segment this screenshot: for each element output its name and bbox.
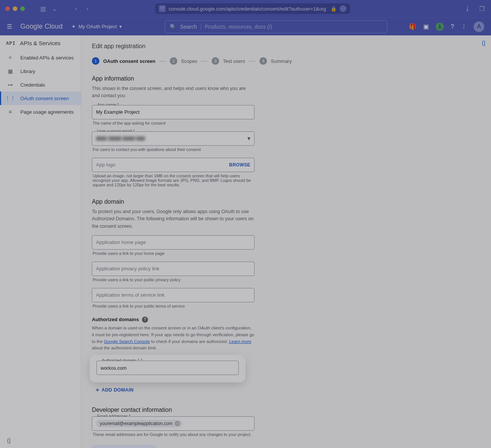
step-4-label[interactable]: Summary [271, 58, 292, 64]
section-app-domain: App domain To protect you and your users… [92, 198, 255, 395]
tos-link-input[interactable]: Application terms of service link [92, 288, 255, 302]
tabs-icon[interactable]: ❐ [478, 5, 486, 12]
maximize-window-icon[interactable] [20, 6, 25, 11]
url-bar[interactable]: ⛉ console.cloud.google.com/apis/credenti… [155, 3, 350, 14]
dev-contact-heading: Developer contact information [92, 407, 255, 413]
cancel-button[interactable]: CANCEL [163, 445, 190, 448]
gift-icon[interactable]: 🎁 [409, 23, 416, 30]
step-1-label[interactable]: OAuth consent screen [103, 58, 156, 64]
support-email-select[interactable]: ▾ [92, 131, 255, 146]
close-window-icon[interactable] [5, 6, 10, 11]
browser-chrome: ▥ ⌄ ‹ › ⛉ console.cloud.google.com/apis/… [0, 0, 491, 17]
tos-link-helper: Provide users a link to your public term… [93, 304, 254, 308]
menu-icon[interactable]: ☰ [7, 23, 14, 30]
help-icon[interactable]: ? [451, 23, 454, 30]
notifications-badge[interactable]: 1 [436, 23, 444, 31]
support-email-helper: For users to contact you with questions … [93, 147, 254, 152]
step-4-number[interactable]: 4 [259, 57, 267, 65]
browse-button[interactable]: BROWSE [229, 162, 250, 168]
chevron-down-icon: ▾ [119, 24, 122, 29]
cloud-shell-icon[interactable]: ▣ [423, 23, 429, 30]
google-search-console-link[interactable]: Google Search Console [104, 339, 150, 344]
app-home-page-input[interactable]: Application home page [92, 235, 255, 250]
app-name-helper: The name of the app asking for consent [93, 121, 254, 125]
search-icon: 🔍 [170, 24, 176, 30]
key-icon: ⊶ [7, 82, 14, 88]
support-email-field: User support email * ▾ [92, 131, 255, 146]
section-app-information: App information This shows in the consen… [92, 75, 255, 187]
agreements-icon: ≡ [7, 109, 14, 115]
consent-icon: ⋮⋮ [7, 95, 14, 101]
search-placeholder: Products, resources, docs (/) [205, 24, 272, 30]
project-name: My OAuth Project [78, 24, 117, 29]
page-title: Edit app registration [81, 35, 407, 55]
window-controls [5, 6, 25, 11]
chevron-down-icon[interactable]: ⌄ [50, 5, 58, 12]
collapse-sidebar-icon[interactable]: ⟨| [0, 433, 81, 448]
sidebar-section-label: APIs & Services [20, 40, 61, 46]
app-name-field: App name * [92, 105, 255, 119]
learn-more-link[interactable]: Learn more [229, 339, 251, 344]
site-settings-icon[interactable]: ⛉ [159, 5, 166, 12]
lock-icon: 🔒 [331, 6, 337, 12]
app-logo-placeholder: App logo [96, 162, 115, 168]
authorized-domains-heading: Authorized domains? [92, 317, 255, 323]
privacy-link-input[interactable]: Application privacy policy link [92, 262, 255, 276]
help-icon[interactable]: ? [142, 317, 148, 323]
app-logo-field: App logo BROWSE [92, 158, 255, 172]
sidebar-item-credentials[interactable]: ⊶Credentials [0, 78, 81, 91]
gcp-logo[interactable]: Google Cloud [20, 23, 63, 30]
app-info-heading: App information [92, 75, 255, 82]
save-and-continue-button[interactable]: SAVE AND CONTINUE [92, 445, 156, 448]
url-text: console.cloud.google.com/apis/credential… [169, 6, 326, 12]
step-2-number[interactable]: 2 [170, 57, 177, 65]
step-3-label[interactable]: Test users [223, 58, 245, 64]
gcp-header: ☰ Google Cloud ✦ My OAuth Project ▾ 🔍 Se… [0, 17, 491, 35]
back-icon[interactable]: ‹ [72, 5, 80, 12]
info-panel-toggle-icon[interactable]: ⟨| [476, 35, 491, 50]
add-domain-button[interactable]: +ADD DOMAIN [92, 385, 137, 395]
email-addresses-helper: These email addresses are for Google to … [93, 432, 254, 437]
library-icon: ▦ [7, 68, 14, 74]
sidebar: API APIs & Services ✧Enabled APIs & serv… [0, 35, 81, 448]
api-logo-icon: API [6, 40, 15, 46]
app-logo-helper: Upload an image, not larger than 1MB on … [93, 174, 254, 187]
step-3-number[interactable]: 3 [212, 57, 219, 65]
sidebar-item-library[interactable]: ▦Library [0, 64, 81, 78]
support-email-value-redacted [96, 136, 145, 141]
step-1-number[interactable]: 1 [92, 57, 99, 65]
kebab-icon[interactable]: ⋮ [461, 23, 467, 30]
minimize-window-icon[interactable] [13, 6, 17, 11]
app-domain-desc: To protect you and your users, Google on… [92, 208, 255, 230]
app-domain-heading: App domain [92, 198, 255, 205]
project-icon: ✦ [72, 24, 76, 29]
app-info-desc: This shows in the consent screen, and he… [92, 85, 255, 100]
download-icon[interactable]: ⭳ [464, 5, 471, 12]
avatar[interactable]: A [474, 21, 484, 32]
step-2-label[interactable]: Scopes [181, 58, 197, 64]
search-bar[interactable]: 🔍 Search Products, resources, docs (/) [165, 20, 387, 33]
sidebar-item-enabled-apis[interactable]: ✧Enabled APIs & services [0, 51, 81, 64]
project-picker[interactable]: ✦ My OAuth Project ▾ [69, 22, 125, 31]
chevron-down-icon: ▾ [247, 135, 250, 142]
enabled-apis-icon: ✧ [7, 55, 14, 61]
authorized-domain-1-highlight: Authorized domain 1 * [92, 357, 243, 380]
app-home-page-helper: Provide users a link to your home page [93, 251, 254, 256]
more-icon[interactable]: ⋯ [340, 5, 346, 12]
stepper: 1 OAuth consent screen 2 Scopes 3 Test u… [81, 55, 407, 73]
email-addresses-input[interactable]: youremail@exampleapplication.com × [92, 416, 255, 431]
app-name-input[interactable] [96, 109, 250, 115]
remove-chip-icon[interactable]: × [175, 421, 180, 426]
authorized-domain-1-input[interactable] [101, 365, 235, 371]
email-chip: youremail@exampleapplication.com × [96, 420, 182, 427]
plus-icon: + [96, 387, 99, 393]
sidebar-item-oauth-consent[interactable]: ⋮⋮OAuth consent screen [0, 91, 81, 105]
sidebar-toggle-icon[interactable]: ▥ [39, 5, 47, 12]
sidebar-item-page-usage[interactable]: ≡Page usage agreements [0, 105, 81, 119]
section-developer-contact: Developer contact information Email addr… [92, 407, 255, 448]
forward-icon[interactable]: › [84, 5, 91, 12]
privacy-link-helper: Provide users a link to your public priv… [93, 277, 254, 282]
main-panel: ⟨| Edit app registration 1 OAuth consent… [81, 35, 491, 448]
sidebar-heading[interactable]: API APIs & Services [0, 35, 81, 51]
search-label: Search [180, 24, 197, 30]
